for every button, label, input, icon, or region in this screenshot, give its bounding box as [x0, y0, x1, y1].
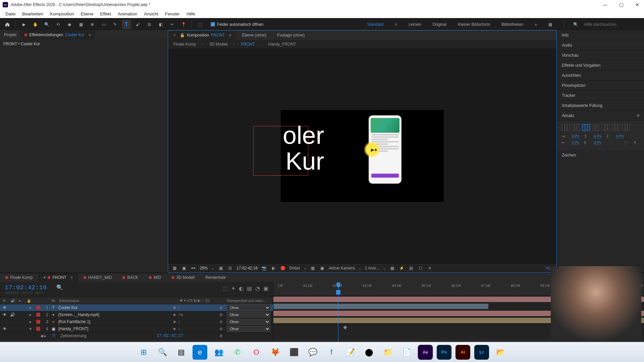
menu-datei[interactable]: Datei [3, 11, 18, 17]
pickwhip-icon[interactable]: ⊚ [219, 319, 224, 324]
layer-name[interactable]: [Rot Farbfläche 1] [58, 319, 170, 324]
panel-tracker[interactable]: Tracker [557, 90, 644, 101]
layer-name[interactable]: [Handy_FRONT] [58, 326, 170, 331]
project-tab[interactable]: Projekt [0, 30, 20, 40]
bc-handy[interactable]: Handy_FRONT [268, 42, 296, 47]
taskbar-whatsapp[interactable]: ✆ [230, 345, 245, 360]
panel-menu-icon[interactable]: ≡ [637, 113, 639, 118]
taskbar-app[interactable]: ⬛ [286, 345, 301, 360]
panel-ausrichten[interactable]: Ausrichten [557, 70, 644, 80]
hand-tool[interactable]: ✋ [31, 20, 40, 29]
justify-last-right-button[interactable] [612, 124, 620, 131]
taskbar-opera[interactable]: O [249, 345, 264, 360]
workspace-kleiner[interactable]: Kleiner Bildschirm [454, 21, 494, 28]
time-remap-row[interactable]: ◀ ▸ ⏱ Zeitverzerrung 17:02:42:27 ⊚ [0, 333, 273, 340]
parent-dropdown[interactable]: Ohne [227, 326, 270, 332]
tl-tab-back[interactable]: BACK [117, 273, 144, 282]
taskbar-edge[interactable]: e [193, 345, 207, 360]
layer-row-3[interactable]: ▸ 3 ■ [Rot Farbfläche 1] ✱ / ⊚ Ohne [0, 318, 273, 325]
selection-tool[interactable]: ▶ [19, 20, 29, 29]
tl-shy-toggle[interactable]: ⬚ [223, 285, 228, 292]
keyframe-nav[interactable]: ◀ ▸ [40, 334, 46, 338]
taskbar-notes[interactable]: 📝 [343, 345, 358, 360]
tl-3d-toggle[interactable]: ▣ [263, 285, 268, 292]
camera-dropdown[interactable]: Aktive Kamera [329, 266, 355, 270]
menu-animation[interactable]: Animation [115, 11, 140, 17]
rotate-tool[interactable]: ◉ [65, 20, 74, 29]
bc-front[interactable]: FRONT [241, 42, 255, 47]
first-line-value[interactable]: 0 Px [594, 140, 601, 145]
twirl-icon[interactable]: ▸ [30, 312, 34, 317]
comp-canvas[interactable]: olerKur ➤✥ [281, 110, 444, 202]
tl-frame-blend-toggle[interactable]: ✦ [231, 285, 235, 292]
panel-effekte[interactable]: Effekte und Vorgaben [557, 60, 644, 70]
menu-ebene[interactable]: Ebene [78, 11, 96, 17]
3d-icon[interactable]: ▣ [319, 266, 325, 270]
indent-right-value[interactable]: 0 Px [572, 140, 579, 145]
panel-audio[interactable]: Audio [557, 40, 644, 50]
zoom-tool[interactable]: 🔍 [42, 20, 51, 29]
workspace-original[interactable]: Original [429, 21, 450, 28]
pickwhip-icon[interactable]: ⊚ [219, 334, 224, 338]
roto-tool[interactable]: ✂ [167, 20, 177, 29]
taskbar-obs[interactable]: ⬤ [362, 345, 376, 360]
home-tool[interactable] [3, 20, 12, 29]
taskbar-ai[interactable]: Ai [455, 345, 470, 360]
playhead[interactable] [338, 282, 338, 347]
viewer-timecode[interactable]: 17:02:42:16 [236, 266, 258, 270]
panel-absatz-header[interactable]: Absatz≡ [557, 111, 644, 121]
justify-last-left-button[interactable] [592, 124, 600, 131]
alpha-toggle-icon[interactable]: ▦ [171, 266, 177, 270]
exposure-reset-icon[interactable]: ☀ [427, 266, 433, 270]
tl-tab-renderliste[interactable]: Renderliste [200, 273, 231, 282]
parent-dropdown[interactable]: Ohne [227, 305, 270, 311]
pen-tool[interactable]: ✎ [110, 20, 120, 29]
workspace-standard[interactable]: Standard [363, 21, 387, 28]
type-tool[interactable]: T [122, 20, 131, 29]
composition-viewer[interactable]: olerKur ➤✥ [168, 49, 556, 263]
taskbar-search[interactable]: 🔍 [155, 345, 170, 360]
align-right-button[interactable] [582, 124, 590, 131]
help-search-input[interactable] [584, 22, 641, 27]
twirl-icon[interactable]: ▾ [30, 326, 34, 331]
tl-tab-front[interactable]: ×FRONT≡ [38, 273, 78, 282]
justify-last-center-button[interactable] [602, 124, 610, 131]
transparency-icon[interactable]: ▦ [310, 266, 316, 270]
taskbar-lr[interactable]: Lr [474, 345, 489, 360]
eraser-tool[interactable]: ◧ [156, 20, 165, 29]
menu-fenster[interactable]: Fenster [162, 11, 182, 17]
panel-zeichen[interactable]: Zeichen [557, 150, 644, 273]
footage-viewer-tab[interactable]: Footage (ohne) [272, 31, 310, 40]
col-parent[interactable]: Übergeordnet und verkn... [227, 299, 270, 303]
current-timecode[interactable]: 17:02:42:16 [5, 284, 47, 291]
effect-controls-tab[interactable]: Effekteinstellungen Cooler Kur ≡ [20, 30, 95, 40]
fast-preview-icon[interactable]: ⚡ [399, 266, 405, 270]
shape-tool[interactable]: ▭ [99, 20, 108, 29]
tl-tab-handymid[interactable]: HANDY_MID [78, 273, 117, 282]
bc-finale[interactable]: Finale Komp [173, 42, 196, 47]
lock-icon[interactable]: 🔒 [180, 33, 185, 38]
swap-tool[interactable]: ⬚ [195, 20, 205, 29]
channel-icon[interactable]: ◐ [270, 266, 276, 270]
keyframe-diamond[interactable] [343, 325, 347, 329]
layer-row-4[interactable]: 👁 ▾ 4 ▣ [Handy_FRONT] ✱ / ⊚ Ohne [0, 325, 273, 333]
workspace-bibliotheken[interactable]: Bibliotheken [497, 21, 527, 28]
align-center-button[interactable] [572, 124, 580, 131]
twirl-icon[interactable]: ▸ [30, 319, 34, 324]
panel-vorschau[interactable]: Vorschau [557, 50, 644, 60]
label-color[interactable] [36, 306, 40, 310]
anchor-tool[interactable]: ⊕ [88, 20, 97, 29]
guide-toggle-icon[interactable]: 👓 [190, 266, 196, 270]
text-layer[interactable]: olerKur [283, 123, 324, 174]
indent-left-value[interactable]: 0 Px [572, 134, 579, 138]
snapshot-icon[interactable]: 📷 [261, 266, 267, 270]
panel-fill[interactable]: Inhaltsbasierte Füllung [557, 101, 644, 111]
auto-open-checkbox[interactable]: ✓ Felder automatisch öffnen [211, 22, 264, 27]
tl-adj-toggle[interactable]: ◔ [255, 285, 260, 292]
pixel-aspect-icon[interactable]: ▦ [389, 266, 395, 270]
layer-name[interactable]: [Screen..._Handy.mp4] [58, 312, 170, 317]
taskbar-messenger[interactable]: 💬 [305, 345, 320, 360]
workspace-lernen[interactable]: Lernen [405, 21, 425, 28]
taskbar-teams[interactable]: 👥 [211, 345, 226, 360]
stopwatch-icon[interactable]: ⏱ [52, 334, 56, 338]
